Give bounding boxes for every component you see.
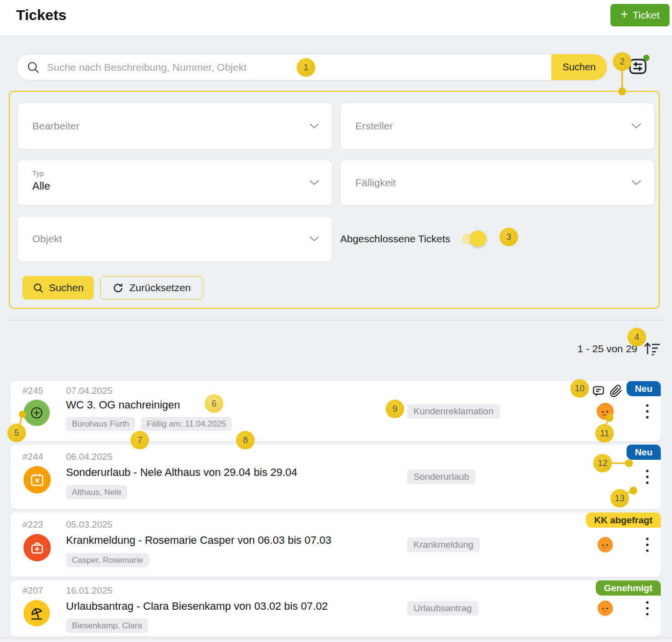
- header: Tickets + Ticket: [0, 0, 672, 35]
- ticket-tag: Biesenkamp, Clara: [66, 619, 148, 633]
- closed-tickets-row: Abgeschlossene Tickets: [340, 230, 484, 248]
- ticket-category: Krankmeldung: [407, 537, 480, 552]
- annotation-7: 7: [130, 431, 149, 449]
- faelligkeit-label: Fälligkeit: [355, 177, 396, 189]
- closed-tickets-label: Abgeschlossene Tickets: [340, 233, 450, 245]
- sort-button[interactable]: [643, 341, 661, 357]
- annotation-3: 3: [499, 228, 518, 246]
- next-card-sliver: [0, 638, 672, 642]
- row-menu-button[interactable]: [644, 468, 650, 486]
- annotation-13: 13: [610, 489, 629, 508]
- annotation-5: 5: [7, 424, 26, 442]
- ticket-number: #245: [22, 385, 43, 396]
- chevron-down-icon: [309, 180, 320, 186]
- ticket-tag: Bürohaus Fürth: [66, 417, 135, 431]
- ticket-card[interactable]: #245 07.04.2025 WC 3. OG nachreinigen Bü…: [11, 381, 661, 441]
- toggle-knob: [470, 231, 486, 247]
- ticket-date: 05.03.2025: [66, 519, 112, 530]
- annotation-12: 12: [593, 454, 612, 472]
- panel-search-label: Suchen: [49, 282, 84, 294]
- search-icon: [33, 282, 44, 294]
- search-submit-button[interactable]: Suchen: [551, 54, 607, 81]
- chevron-down-icon: [309, 123, 320, 129]
- ticket-card[interactable]: #207 16.01.2025 Urlaubsantrag - Clara Bi…: [11, 580, 661, 636]
- ticket-tag: Althaus, Nele: [66, 485, 127, 499]
- plus-circle-icon: [23, 400, 50, 426]
- ticket-date: 16.01.2025: [66, 585, 112, 596]
- annotation-2: 2: [613, 52, 631, 71]
- faelligkeit-select[interactable]: Fälligkeit: [340, 160, 654, 206]
- ticket-title: Krankmeldung - Rosemarie Casper von 06.0…: [66, 534, 331, 547]
- ticket-title: WC 3. OG nachreinigen: [66, 399, 180, 411]
- ticket-card[interactable]: #223 05.03.2025 Krankmeldung - Rosemarie…: [11, 513, 661, 577]
- typ-select[interactable]: Typ Alle: [17, 160, 332, 206]
- section-divider: [9, 320, 663, 321]
- ticket-number: #223: [22, 519, 43, 530]
- annotation-6: 6: [205, 394, 223, 413]
- annotation-10: 10: [570, 379, 589, 398]
- chevron-down-icon: [631, 123, 642, 129]
- status-badge: Neu: [627, 381, 661, 396]
- reset-button[interactable]: Zurücksetzen: [100, 276, 203, 300]
- ticket-tag: Casper, Rosemarie: [66, 553, 149, 567]
- row-menu-button[interactable]: [644, 536, 650, 554]
- ticket-title: Urlaubsantrag - Clara Biesenkamp von 03.…: [66, 600, 328, 613]
- plus-icon: +: [620, 8, 628, 21]
- typ-label: Typ: [32, 169, 44, 177]
- ticket-date: 06.04.2025: [66, 451, 112, 462]
- status-badge: Genehmigt: [596, 580, 661, 596]
- ticket-number: #207: [22, 585, 43, 596]
- comment-icon: [592, 385, 605, 398]
- assignee-avatar[interactable]: [595, 401, 615, 421]
- reset-label: Zurücksetzen: [129, 282, 191, 294]
- ticket-tag: Fällig am: 11.04.2025: [141, 417, 232, 431]
- ticket-card[interactable]: #244 06.04.2025 Sonderurlaub - Nele Alth…: [11, 445, 661, 509]
- annotation-4: 4: [628, 328, 646, 346]
- objekt-select[interactable]: Objekt: [17, 216, 332, 262]
- closed-tickets-toggle[interactable]: [462, 234, 484, 244]
- ticket-number: #244: [22, 451, 43, 462]
- new-ticket-label: Ticket: [632, 9, 659, 21]
- annotation-11: 11: [595, 424, 614, 443]
- first-aid-icon: [23, 534, 51, 561]
- paperclip-icon: [609, 385, 623, 398]
- tickets-page: Tickets + Ticket Suchen Bearbeiter Erste…: [0, 0, 672, 642]
- calendar-x-icon: [23, 466, 51, 493]
- sort-icon: [643, 341, 661, 357]
- status-badge: Neu: [627, 445, 661, 460]
- filter-panel: Bearbeiter Ersteller Typ Alle Fälligkeit…: [9, 91, 660, 309]
- chevron-down-icon: [631, 180, 642, 186]
- row-menu-button[interactable]: [644, 402, 650, 420]
- row-menu-button[interactable]: [644, 599, 650, 618]
- ersteller-select[interactable]: Ersteller: [340, 103, 654, 150]
- assignee-avatar[interactable]: [596, 599, 614, 618]
- bearbeiter-select[interactable]: Bearbeiter: [17, 103, 332, 150]
- status-badge: KK abgefragt: [586, 513, 661, 528]
- new-ticket-button[interactable]: + Ticket: [610, 4, 670, 26]
- ticket-date: 07.04.2025: [66, 385, 112, 396]
- annotation-1: 1: [297, 58, 315, 77]
- ersteller-label: Ersteller: [355, 120, 393, 132]
- annotation-8: 8: [236, 431, 255, 449]
- ticket-category: Urlaubsantrag: [407, 601, 478, 616]
- typ-value: Alle: [32, 180, 50, 193]
- filter-active-dot: [643, 55, 650, 61]
- panel-search-button[interactable]: Suchen: [22, 276, 94, 300]
- ticket-category: Kundenreklamation: [407, 404, 500, 419]
- page-title: Tickets: [16, 7, 66, 23]
- pagination-row: 1 - 25 von 29: [0, 341, 661, 357]
- annotation-9: 9: [386, 400, 404, 418]
- ticket-title: Sonderurlaub - Nele Althaus von 29.04 bi…: [66, 466, 297, 479]
- bearbeiter-label: Bearbeiter: [32, 120, 80, 132]
- chevron-down-icon: [309, 236, 320, 242]
- objekt-label: Objekt: [32, 233, 62, 245]
- assignee-avatar[interactable]: [596, 536, 614, 554]
- refresh-icon: [112, 282, 124, 294]
- umbrella-icon: [23, 600, 50, 626]
- ticket-category: Sonderurlaub: [407, 470, 476, 484]
- search-icon: [26, 61, 40, 74]
- pagination-range: 1 - 25 von 29: [577, 343, 637, 355]
